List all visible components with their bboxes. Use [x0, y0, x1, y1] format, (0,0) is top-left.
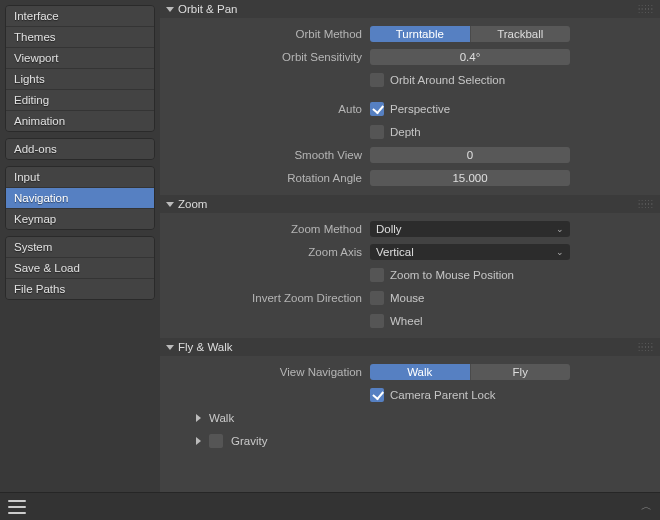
segment-fly[interactable]: Fly — [471, 364, 571, 380]
view-navigation-label: View Navigation — [172, 366, 370, 378]
chevron-down-icon — [166, 7, 174, 12]
drag-grip-icon[interactable]: :::::::::: — [638, 5, 654, 13]
panel-header-flywalk[interactable]: Fly & Walk :::::::::: — [160, 338, 660, 356]
invert-mouse-checkbox[interactable] — [370, 291, 384, 305]
invert-wheel-checkbox[interactable] — [370, 314, 384, 328]
smooth-view-field[interactable]: 0 — [370, 147, 570, 163]
auto-perspective-checkbox[interactable] — [370, 102, 384, 116]
panel-title: Orbit & Pan — [178, 3, 237, 15]
invert-wheel-label: Wheel — [390, 315, 423, 327]
sidebar-item-file-paths[interactable]: File Paths — [6, 279, 154, 299]
orbit-around-selection-checkbox[interactable] — [370, 73, 384, 87]
auto-label: Auto — [172, 103, 370, 115]
orbit-sensitivity-field[interactable]: 0.4° — [370, 49, 570, 65]
chevron-down-icon: ⌄ — [556, 224, 564, 234]
zoom-to-mouse-checkbox[interactable] — [370, 268, 384, 282]
gravity-checkbox[interactable] — [209, 434, 223, 448]
sidebar-item-input[interactable]: Input — [6, 167, 154, 188]
segment-trackball[interactable]: Trackball — [471, 26, 571, 42]
scroll-up-icon[interactable]: ︿ — [641, 499, 652, 514]
camera-parent-lock-checkbox[interactable] — [370, 388, 384, 402]
zoom-axis-label: Zoom Axis — [172, 246, 370, 258]
drag-grip-icon[interactable]: :::::::::: — [638, 343, 654, 351]
preferences-sidebar: InterfaceThemesViewportLightsEditingAnim… — [0, 0, 160, 492]
orbit-around-selection-label: Orbit Around Selection — [390, 74, 505, 86]
hamburger-menu-icon[interactable] — [8, 500, 26, 514]
orbit-method-toggle[interactable]: TurntableTrackball — [370, 26, 570, 42]
sidebar-item-navigation[interactable]: Navigation — [6, 188, 154, 209]
sidebar-item-interface[interactable]: Interface — [6, 6, 154, 27]
panel-header-orbit[interactable]: Orbit & Pan :::::::::: — [160, 0, 660, 18]
panel-body-flywalk: View Navigation WalkFly Camera Parent Lo… — [160, 356, 660, 458]
auto-perspective-label: Perspective — [390, 103, 450, 115]
smooth-view-label: Smooth View — [172, 149, 370, 161]
sidebar-item-system[interactable]: System — [6, 237, 154, 258]
chevron-down-icon — [166, 202, 174, 207]
panel-title: Fly & Walk — [178, 341, 233, 353]
rotation-angle-label: Rotation Angle — [172, 172, 370, 184]
invert-mouse-label: Mouse — [390, 292, 425, 304]
zoom-to-mouse-label: Zoom to Mouse Position — [390, 269, 514, 281]
segment-walk[interactable]: Walk — [370, 364, 471, 380]
auto-depth-label: Depth — [390, 126, 421, 138]
sidebar-item-editing[interactable]: Editing — [6, 90, 154, 111]
zoom-method-label: Zoom Method — [172, 223, 370, 235]
orbit-method-label: Orbit Method — [172, 28, 370, 40]
subpanel-label: Gravity — [231, 435, 267, 447]
auto-depth-checkbox[interactable] — [370, 125, 384, 139]
sidebar-item-save-load[interactable]: Save & Load — [6, 258, 154, 279]
camera-parent-lock-label: Camera Parent Lock — [390, 389, 495, 401]
panel-header-zoom[interactable]: Zoom :::::::::: — [160, 195, 660, 213]
sidebar-item-lights[interactable]: Lights — [6, 69, 154, 90]
panel-body-orbit: Orbit Method TurntableTrackball Orbit Se… — [160, 18, 660, 195]
sidebar-item-themes[interactable]: Themes — [6, 27, 154, 48]
sidebar-item-keymap[interactable]: Keymap — [6, 209, 154, 229]
footer-bar: ︿ — [0, 492, 660, 520]
view-navigation-toggle[interactable]: WalkFly — [370, 364, 570, 380]
drag-grip-icon[interactable]: :::::::::: — [638, 200, 654, 208]
segment-turntable[interactable]: Turntable — [370, 26, 471, 42]
panel-body-zoom: Zoom Method Dolly⌄ Zoom Axis Vertical⌄ Z… — [160, 213, 660, 338]
sidebar-item-animation[interactable]: Animation — [6, 111, 154, 131]
invert-zoom-label: Invert Zoom Direction — [172, 292, 370, 304]
rotation-angle-field[interactable]: 15.000 — [370, 170, 570, 186]
chevron-right-icon — [196, 437, 201, 445]
chevron-down-icon — [166, 345, 174, 350]
subpanel-walk[interactable]: Walk — [172, 408, 648, 427]
chevron-down-icon: ⌄ — [556, 247, 564, 257]
orbit-sensitivity-label: Orbit Sensitivity — [172, 51, 370, 63]
preferences-content: Orbit & Pan :::::::::: Orbit Method Turn… — [160, 0, 660, 492]
subpanel-label: Walk — [209, 412, 234, 424]
subpanel-gravity[interactable]: Gravity — [172, 431, 648, 450]
sidebar-item-viewport[interactable]: Viewport — [6, 48, 154, 69]
zoom-method-select[interactable]: Dolly⌄ — [370, 221, 570, 237]
panel-title: Zoom — [178, 198, 207, 210]
sidebar-item-add-ons[interactable]: Add-ons — [6, 139, 154, 159]
chevron-right-icon — [196, 414, 201, 422]
zoom-axis-select[interactable]: Vertical⌄ — [370, 244, 570, 260]
